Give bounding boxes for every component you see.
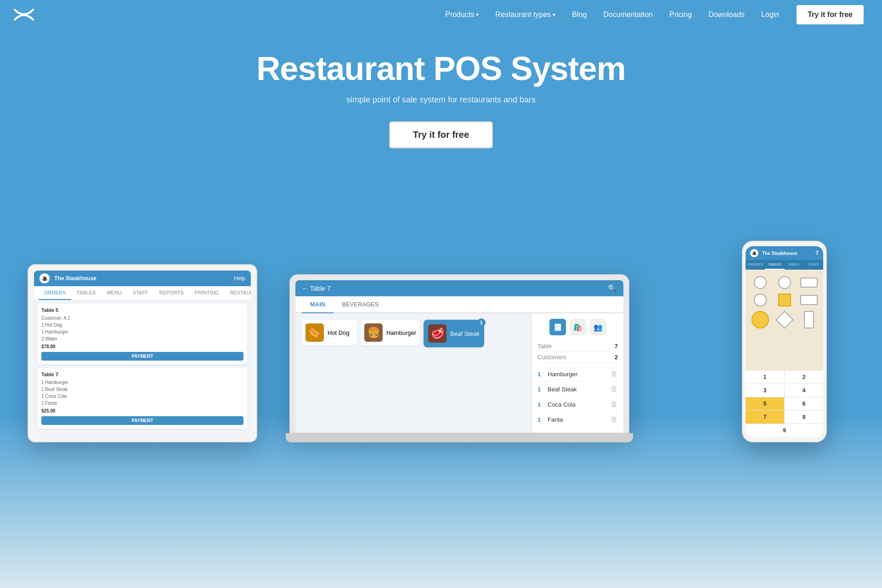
num-btn-8[interactable]: 8	[785, 411, 823, 424]
steak-badge: 1	[477, 318, 486, 327]
nav-downloads[interactable]: Downloads	[702, 7, 751, 23]
laptop-screen-body: 🌭 Hot Dog 🍔 Hamburger	[295, 313, 623, 433]
tablet-orders-list: Table 5 Customer: A 21 Hot Dog1 Hamburge…	[34, 300, 251, 436]
tablet-help[interactable]: Help	[234, 275, 245, 282]
table-shape-3[interactable]	[799, 276, 819, 289]
num-btn-7[interactable]: 7	[746, 411, 784, 424]
tablet-logo: 🎩	[40, 273, 50, 283]
laptop-tab-main[interactable]: MAIN	[302, 296, 334, 313]
hero-cta-button[interactable]: Try it for free	[389, 121, 493, 148]
num-btn-5[interactable]: 5	[746, 397, 784, 410]
tablet-app-name: The Steakhouse	[54, 275, 96, 282]
nav-blog[interactable]: Blog	[565, 7, 593, 23]
phone-tab-tables[interactable]: TABLES	[765, 260, 784, 270]
navbar: Products Restaurant types Blog Documenta…	[0, 0, 882, 29]
tablet-payment-btn-2[interactable]: PAYMENT	[41, 416, 243, 425]
menu-item-steak[interactable]: 🥩 Beaf Steak 1	[424, 320, 484, 347]
order-panel-tabs: 🧾 🛍️ 👥	[537, 319, 618, 335]
order-table-label: Table	[537, 343, 552, 350]
order-info-customers: Customers 2	[537, 352, 618, 363]
laptop-tab-beverages[interactable]: BEVERAGES	[334, 296, 387, 313]
nav-documentation[interactable]: Documentation	[597, 7, 659, 23]
nav-cta-button[interactable]: Try it for free	[797, 5, 864, 24]
order-items-list: 1 Hamburger 🗑 1 Beaf Steak 🗑	[537, 367, 618, 427]
order-item-qty-2: 1	[537, 386, 545, 393]
num-btn-2[interactable]: 2	[785, 371, 823, 384]
laptop-search-icon[interactable]: 🔍	[608, 284, 617, 293]
table-shape-8[interactable]	[775, 311, 794, 328]
menu-item-hamburger[interactable]: 🍔 Hamburger	[361, 320, 420, 345]
order-tab-group[interactable]: 👥	[590, 319, 606, 335]
tablet-nav-menu[interactable]: MENU	[101, 286, 127, 300]
tablet-order-items-1: Customer: A 21 Hot Dog1 Hamburger2 Water	[41, 315, 243, 342]
nav-products[interactable]: Products	[439, 7, 485, 23]
tablet-nav-restaurant[interactable]: RESTAURANT	[224, 286, 251, 300]
laptop-mockup: ← Table 7 🔍 MAIN BEVERAGES	[289, 274, 629, 442]
phone-body	[746, 270, 823, 371]
tablet-nav-staff[interactable]: STAFF	[127, 286, 154, 300]
phone-tab-orders[interactable]: ORDERS	[746, 260, 765, 270]
tablet-nav-tables[interactable]: TABLES	[71, 286, 101, 300]
order-tab-bag[interactable]: 🛍️	[570, 319, 586, 335]
menu-item-hotdog[interactable]: 🌭 Hot Dog	[302, 320, 357, 345]
laptop-order-panel: 🧾 🛍️ 👥 Table 7 Customers 2	[531, 313, 623, 433]
order-table-value: 7	[615, 343, 618, 350]
nav-restaurant-types[interactable]: Restaurant types	[489, 7, 562, 23]
order-item-cola: 1 Coca Cola 🗑	[537, 397, 618, 412]
hamburger-img: 🍔	[364, 323, 383, 342]
devices-area: 🎩 The Steakhouse Help ORDERS TABLES MENU…	[0, 176, 882, 442]
nav-login[interactable]: Login	[755, 7, 786, 23]
laptop-back-btn[interactable]: ← Table 7	[302, 285, 331, 292]
order-item-del-2[interactable]: 🗑	[611, 385, 618, 393]
hero-title: Restaurant POS System	[256, 51, 625, 87]
table-shape-4[interactable]	[750, 294, 770, 306]
table-shape-6[interactable]	[799, 294, 819, 306]
phone-tab-menu[interactable]: MENU	[785, 260, 804, 270]
tablet-order-card-2: Table 7 1 Hamburger1 Beaf Steak1 Coca Co…	[38, 368, 247, 429]
tablet-order-price-2: $25.00	[41, 408, 243, 413]
order-item-hamburger: 1 Hamburger 🗑	[537, 367, 618, 382]
table-shape-2[interactable]	[775, 276, 794, 289]
order-item-qty-1: 1	[537, 371, 545, 378]
steak-label: Beaf Steak	[450, 330, 480, 337]
tablet-order-price-1: $78.00	[41, 344, 243, 349]
order-customers-label: Customers	[537, 354, 566, 361]
hamburger-label: Hamburger	[386, 329, 416, 336]
nav-pricing[interactable]: Pricing	[663, 7, 698, 23]
tablet-nav-printing[interactable]: PRINTING	[189, 286, 225, 300]
phone-tab-staff[interactable]: STAFF	[804, 260, 823, 270]
order-item-del-3[interactable]: 🗑	[611, 400, 618, 408]
table-shape-9[interactable]	[799, 311, 819, 328]
order-item-del-1[interactable]: 🗑	[611, 370, 618, 378]
hotdog-label: Hot Dog	[328, 329, 350, 336]
hero-subtitle: simple point of sale system for restaura…	[346, 95, 536, 105]
num-btn-3[interactable]: 3	[746, 384, 784, 397]
tablet-payment-btn-1[interactable]: PAYMENT	[41, 352, 243, 361]
num-btn-1[interactable]: 1	[746, 371, 784, 384]
tablet-nav-orders[interactable]: ORDERS	[39, 286, 71, 300]
table-shape-1[interactable]	[750, 276, 770, 289]
tablet-body: Table 5 Customer: A 21 Hot Dog1 Hamburge…	[34, 300, 251, 436]
tablet-nav-reports[interactable]: REPORTS	[154, 286, 189, 300]
num-btn-6[interactable]: 6	[785, 397, 823, 410]
order-item-fanta: 1 Fanta 🗑	[537, 412, 618, 427]
table-shape-7[interactable]	[750, 311, 770, 328]
order-tab-receipt[interactable]: 🧾	[549, 319, 566, 335]
tablet-order-title-2: Table 7	[41, 372, 243, 377]
menu-item-wrap-hamburger: 🍔 Hamburger	[361, 320, 420, 347]
num-btn-4[interactable]: 4	[785, 384, 823, 397]
order-item-name-2: Beaf Steak	[548, 386, 611, 393]
order-item-del-4[interactable]: 🗑	[611, 415, 618, 424]
num-btn-9[interactable]: 9	[746, 424, 823, 437]
logo[interactable]	[14, 8, 34, 22]
laptop-topbar: ← Table 7 🔍	[295, 280, 623, 296]
hero-section: Restaurant POS System simple point of sa…	[0, 0, 882, 588]
order-customers-value: 2	[615, 354, 618, 361]
table-shape-5[interactable]	[775, 294, 794, 306]
nav-links: Products Restaurant types Blog Documenta…	[439, 5, 864, 24]
phone-logo: 🎩	[750, 249, 758, 257]
tablet-nav: ORDERS TABLES MENU STAFF REPORTS PRINTIN…	[34, 286, 251, 300]
phone-help-icon[interactable]: ?	[815, 250, 819, 256]
order-item-name-4: Fanta	[548, 416, 611, 423]
order-item-qty-4: 1	[537, 416, 545, 423]
